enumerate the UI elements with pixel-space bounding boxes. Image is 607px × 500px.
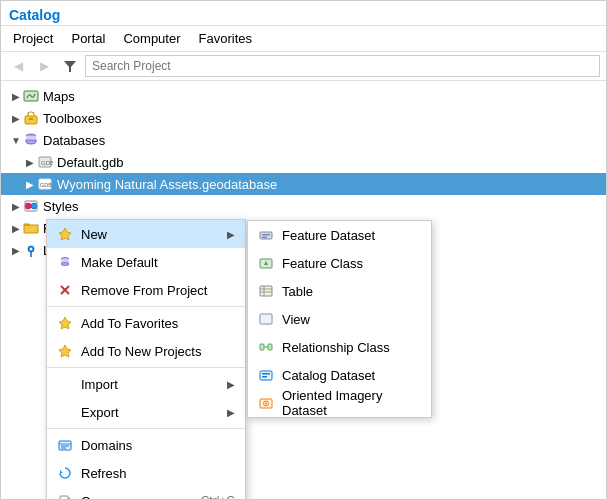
ctx-copy[interactable]: Copy Ctrl+C [47, 487, 245, 499]
domains-icon [57, 437, 73, 453]
ctx-export-arrow: ▶ [227, 407, 235, 418]
ctx-new[interactable]: New ▶ Feature Dataset [47, 220, 245, 248]
tree-arrow-styles: ▶ [9, 199, 23, 213]
tree-arrow-folders: ▶ [9, 221, 23, 235]
locators-icon [23, 242, 39, 258]
ctx-remove-label: Remove From Project [81, 283, 235, 298]
tree-arrow-wyoming: ▶ [23, 177, 37, 191]
svg-rect-48 [61, 446, 69, 447]
svg-rect-33 [260, 371, 272, 380]
forward-button[interactable]: ▶ [33, 55, 55, 77]
ctx-add-favorites[interactable]: Add To Favorites [47, 309, 245, 337]
styles-icon [23, 198, 39, 214]
sub-feature-dataset[interactable]: Feature Dataset [248, 221, 431, 249]
ctx-export-label: Export [81, 405, 219, 420]
menu-project[interactable]: Project [5, 28, 61, 49]
sub-menu-new: Feature Dataset Feature Class [247, 220, 432, 418]
add-favorites-icon [57, 315, 73, 331]
sub-view[interactable]: View [248, 305, 431, 333]
svg-rect-30 [260, 344, 264, 350]
svg-rect-3 [29, 118, 33, 120]
ctx-remove[interactable]: Remove From Project [47, 276, 245, 304]
feature-dataset-icon [258, 227, 274, 243]
svg-marker-45 [59, 345, 71, 357]
tree-label-maps: Maps [43, 89, 75, 104]
search-input[interactable] [85, 55, 600, 77]
tree-item-styles[interactable]: ▶ Styles [1, 195, 606, 217]
ctx-export[interactable]: Export ▶ [47, 398, 245, 426]
svg-marker-44 [59, 317, 71, 329]
sub-catalog-dataset[interactable]: Catalog Dataset [248, 361, 431, 389]
svg-point-41 [61, 263, 69, 266]
svg-point-6 [26, 140, 36, 144]
ctx-new-label: New [81, 227, 219, 242]
menu-favorites[interactable]: Favorites [191, 28, 260, 49]
ctx-sep-3 [47, 428, 245, 429]
catalog-title: Catalog [1, 1, 606, 26]
svg-text:GDB: GDB [41, 160, 53, 166]
tree-item-default-gdb[interactable]: ▶ GDB Default.gdb [1, 151, 606, 173]
tree-item-wyoming[interactable]: ▶ GDB Wyoming Natural Assets.geodatabase [1, 173, 606, 195]
ctx-sep-2 [47, 367, 245, 368]
tree-item-databases[interactable]: ▼ Databases [1, 129, 606, 151]
tree-area: ▶ Maps ▶ Toolboxes [1, 81, 606, 499]
folders-icon [23, 220, 39, 236]
sub-oriented-imagery-label: Oriented Imagery Dataset [282, 388, 421, 418]
tree-arrow-maps: ▶ [9, 89, 23, 103]
ctx-sep-1 [47, 306, 245, 307]
sub-relationship-class[interactable]: Relationship Class [248, 333, 431, 361]
ctx-import[interactable]: Import ▶ [47, 370, 245, 398]
menu-portal[interactable]: Portal [63, 28, 113, 49]
ctx-refresh[interactable]: Refresh [47, 459, 245, 487]
svg-rect-35 [262, 376, 267, 378]
feature-class-icon [258, 255, 274, 271]
ctx-domains[interactable]: Domains [47, 431, 245, 459]
tree-label-databases: Databases [43, 133, 105, 148]
remove-icon [57, 282, 73, 298]
svg-rect-21 [262, 237, 267, 239]
maps-icon [23, 88, 39, 104]
ctx-add-new-projects[interactable]: Add To New Projects [47, 337, 245, 365]
ctx-refresh-label: Refresh [81, 466, 235, 481]
tree-item-toolboxes[interactable]: ▶ Toolboxes [1, 107, 606, 129]
tree-arrow-databases: ▼ [9, 133, 23, 147]
table-icon [258, 283, 274, 299]
catalog-dataset-icon [258, 367, 274, 383]
ctx-new-arrow: ▶ [227, 229, 235, 240]
tree-label-toolboxes: Toolboxes [43, 111, 102, 126]
tree-label-default-gdb: Default.gdb [57, 155, 124, 170]
ctx-copy-label: Copy [81, 494, 193, 500]
sub-oriented-imagery[interactable]: Oriented Imagery Dataset [248, 389, 431, 417]
sub-feature-class[interactable]: Feature Class [248, 249, 431, 277]
tree-arrow-locators: ▶ [9, 243, 23, 257]
filter-button[interactable] [59, 55, 81, 77]
context-menu: New ▶ Feature Dataset [46, 219, 246, 499]
sub-catalog-dataset-label: Catalog Dataset [282, 368, 421, 383]
back-button[interactable]: ◀ [7, 55, 29, 77]
new-icon [57, 226, 73, 242]
sub-feature-dataset-label: Feature Dataset [282, 228, 421, 243]
svg-point-38 [265, 403, 267, 405]
svg-rect-24 [260, 286, 272, 296]
svg-marker-18 [59, 228, 71, 240]
tree-item-maps[interactable]: ▶ Maps [1, 85, 606, 107]
ctx-make-default[interactable]: Make Default [47, 248, 245, 276]
toolboxes-icon [23, 110, 39, 126]
databases-icon [23, 132, 39, 148]
svg-text:GDB: GDB [40, 182, 52, 188]
sub-table-label: Table [282, 284, 421, 299]
refresh-icon [57, 465, 73, 481]
add-new-projects-icon [57, 343, 73, 359]
ctx-import-arrow: ▶ [227, 379, 235, 390]
catalog-panel: Catalog Project Portal Computer Favorite… [0, 0, 607, 500]
ctx-add-new-projects-label: Add To New Projects [81, 344, 235, 359]
ctx-domains-label: Domains [81, 438, 235, 453]
menu-bar: Project Portal Computer Favorites [1, 26, 606, 52]
svg-marker-0 [64, 61, 76, 72]
svg-rect-20 [262, 234, 270, 236]
tree-arrow-default-gdb: ▶ [23, 155, 37, 169]
menu-computer[interactable]: Computer [115, 28, 188, 49]
sub-table[interactable]: Table [248, 277, 431, 305]
svg-point-13 [25, 203, 31, 209]
svg-point-14 [31, 203, 37, 209]
